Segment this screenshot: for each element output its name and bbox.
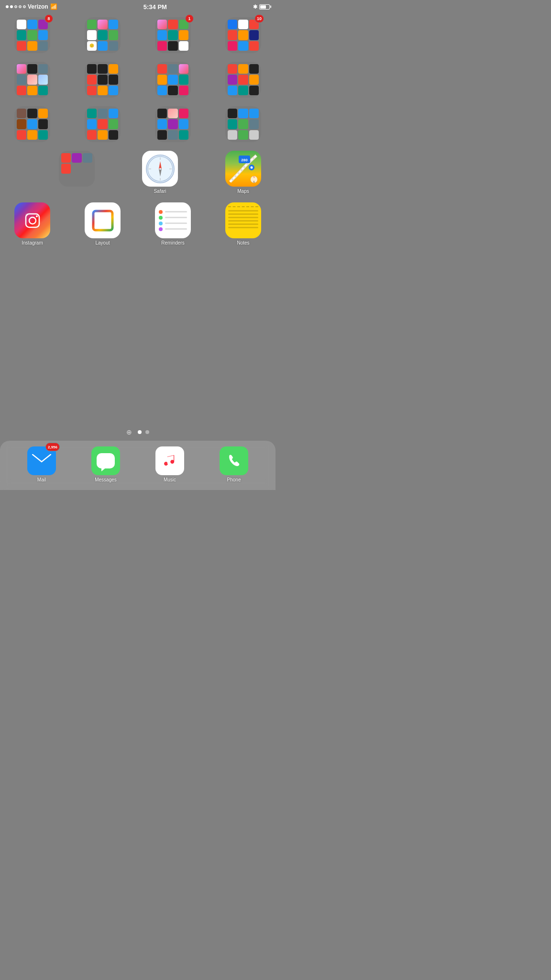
- folder-mini-app: [98, 130, 107, 140]
- folder-mini-app: [157, 130, 167, 140]
- folder-utilities[interactable]: 8: [10, 17, 55, 53]
- folder-mini-app: [98, 30, 107, 40]
- folder-icon-4: 10: [225, 17, 261, 53]
- folder-icon-9: [14, 106, 50, 142]
- folder-icon-11: [155, 106, 191, 142]
- folder-mini-app: [98, 20, 107, 29]
- folder-news[interactable]: [80, 106, 125, 142]
- time-display: 5:34 PM: [143, 3, 167, 11]
- folder-icon-6: [85, 62, 121, 98]
- folder-mini-app: [238, 109, 248, 118]
- reminder-row-2: [159, 216, 187, 220]
- folder-mini-app: [168, 109, 177, 118]
- page-dot-2: [145, 430, 149, 434]
- folder-mini-app: [27, 30, 37, 40]
- music-svg: [162, 453, 177, 468]
- folder-apps[interactable]: 10: [220, 17, 266, 53]
- reminder-row-4: [159, 227, 187, 231]
- folder-news2[interactable]: [54, 151, 99, 194]
- folder-entertainment[interactable]: [80, 62, 125, 98]
- folder-mini-app: [38, 75, 48, 84]
- folder-mini-app: [98, 75, 107, 84]
- folder-icon-8: [225, 62, 261, 98]
- notes-line-6: [228, 227, 258, 228]
- reminder-dot-green: [159, 216, 163, 220]
- maps-svg: 280 N S: [225, 151, 261, 187]
- folder-mini-app: [38, 64, 48, 74]
- folder-mini-app: [27, 41, 37, 51]
- reminders-app[interactable]: Reminders: [150, 202, 196, 245]
- reminder-dot-purple: [159, 227, 163, 231]
- folder-mini-app: [168, 75, 177, 84]
- folder-mini-app: [238, 64, 248, 74]
- maps-icon: 280 N S: [225, 151, 261, 187]
- dock-mail-app[interactable]: 2,956 Mail: [27, 446, 56, 482]
- notes-app[interactable]: Notes: [220, 202, 266, 245]
- maps-label: Maps: [237, 189, 249, 194]
- folder-mini-app: [61, 153, 71, 163]
- reminder-dot-orange: [159, 210, 163, 214]
- reminder-row-3: [159, 222, 187, 225]
- dock-phone-app[interactable]: Phone: [220, 446, 248, 482]
- folder-reading[interactable]: [10, 106, 55, 142]
- folder-mini-app: [109, 30, 118, 40]
- folder-mini-app: [157, 64, 167, 74]
- folder-mini-app: [98, 86, 107, 95]
- folder-mini-app: [228, 109, 237, 118]
- instagram-icon: [14, 202, 50, 238]
- folder-mini-app: [157, 86, 167, 95]
- folder-tools[interactable]: [150, 106, 196, 142]
- folder-mini-app: [83, 164, 92, 173]
- messages-label: Messages: [95, 477, 117, 482]
- reminders-icon: [155, 202, 191, 238]
- layout-icon: [85, 202, 121, 238]
- folder-mini-app: [87, 130, 97, 140]
- dock-messages-app[interactable]: Messages: [91, 446, 120, 482]
- folder-mini-app: [98, 119, 107, 129]
- folder-icon-10: [85, 106, 121, 142]
- maps-app[interactable]: 280 N S Maps: [220, 151, 266, 194]
- safari-app[interactable]: Safari: [137, 151, 183, 194]
- signal-dot-3: [14, 5, 17, 8]
- folder-mini-app: [38, 109, 48, 118]
- svg-point-16: [36, 215, 38, 217]
- folder-mini-app: [168, 130, 177, 140]
- folder-mini-app: [238, 119, 248, 129]
- status-right: ✱: [253, 4, 270, 10]
- folder-icon-news2: [59, 151, 95, 187]
- notes-line-5: [228, 223, 258, 225]
- folder-mini-app: [179, 130, 188, 140]
- folder-photos[interactable]: [10, 62, 55, 98]
- folder-mini-app: [157, 20, 167, 29]
- folder-shopping[interactable]: [220, 62, 266, 98]
- notes-line-1: [228, 210, 258, 212]
- phone-svg: [226, 453, 242, 468]
- folder-mini-app: [179, 119, 188, 129]
- folder-mini-app: [27, 86, 37, 95]
- folder-mini-app: [168, 30, 177, 40]
- battery-fill: [260, 5, 266, 9]
- folder-storage[interactable]: [220, 106, 266, 142]
- folder-mini-app: [249, 119, 259, 129]
- folder-productivity[interactable]: [150, 62, 196, 98]
- instagram-app[interactable]: Instagram: [10, 202, 55, 245]
- notes-line-3: [228, 217, 258, 218]
- folder-mini-app: [17, 119, 26, 129]
- dock-music-app[interactable]: Music: [155, 446, 184, 482]
- svg-rect-18: [93, 211, 112, 230]
- folder-mini-app: [228, 86, 237, 95]
- folder-mini-app: [27, 64, 37, 74]
- reminder-line-4: [165, 228, 187, 230]
- layout-app[interactable]: Layout: [80, 202, 125, 245]
- notes-line-4: [228, 220, 258, 222]
- folder-mini-app: [249, 86, 259, 95]
- folder-social[interactable]: 1: [150, 17, 196, 53]
- folder-mini-app: 🙂: [87, 41, 97, 51]
- spotlight-search-indicator: ⊕: [126, 428, 132, 436]
- reminders-label: Reminders: [161, 240, 184, 245]
- folder-mini-app: [27, 75, 37, 84]
- instagram-label: Instagram: [22, 240, 43, 245]
- svg-point-10: [251, 167, 253, 169]
- folder-mini-app: [83, 153, 92, 163]
- folder-navigation[interactable]: 🙂: [80, 17, 125, 53]
